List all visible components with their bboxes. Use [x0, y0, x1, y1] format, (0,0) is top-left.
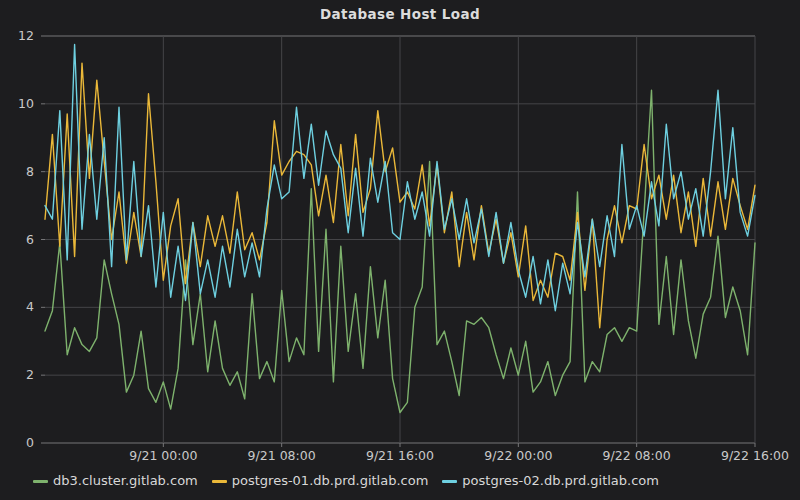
y-tick-label: 8: [0, 164, 34, 180]
legend-item-db3: db3.cluster.gitlab.com: [33, 473, 198, 489]
x-tick-label: 9/21 16:00: [355, 448, 445, 463]
legend-label: postgres-01.db.prd.gitlab.com: [232, 473, 429, 489]
x-tick-label: 9/22 16:00: [710, 448, 800, 463]
plot-area: [0, 0, 800, 500]
y-tick-label: 6: [0, 232, 34, 248]
y-tick-label: 12: [0, 28, 34, 44]
x-tick-label: 9/22 08:00: [592, 448, 682, 463]
y-tick-label: 2: [0, 367, 34, 383]
legend-swatch-green: [33, 480, 48, 483]
chart-panel: Database Host Load 024681012 9/21 00:009…: [0, 0, 800, 500]
y-tick-label: 10: [0, 96, 34, 112]
legend-item-postgres-01: postgres-01.db.prd.gitlab.com: [212, 473, 429, 489]
y-tick-label: 0: [0, 435, 34, 451]
legend-swatch-blue: [442, 480, 457, 483]
x-tick-label: 9/21 00:00: [118, 448, 208, 463]
x-tick-label: 9/22 00:00: [473, 448, 563, 463]
legend-item-postgres-02: postgres-02.db.prd.gitlab.com: [442, 473, 659, 489]
legend: db3.cluster.gitlab.com postgres-01.db.pr…: [33, 473, 659, 489]
y-tick-label: 4: [0, 299, 34, 315]
legend-swatch-yellow: [212, 480, 227, 483]
legend-label: db3.cluster.gitlab.com: [53, 473, 198, 489]
legend-label: postgres-02.db.prd.gitlab.com: [462, 473, 659, 489]
x-tick-label: 9/21 08:00: [237, 448, 327, 463]
